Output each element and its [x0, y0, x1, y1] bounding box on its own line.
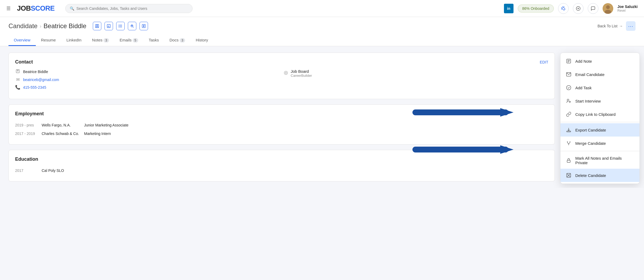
svg-rect-32 — [567, 131, 571, 132]
merge-icon — [566, 140, 572, 146]
tabs: OverviewResumeLinkedInNotes3Emails5Tasks… — [8, 35, 636, 46]
dropdown-item-delete-candidate[interactable]: Delete Candidate — [560, 169, 639, 182]
dropdown-item-start-interview[interactable]: Start Interview — [560, 94, 639, 108]
source-section: ◎ Job Board CareerBuilder — [284, 69, 548, 92]
tab-linkedin[interactable]: LinkedIn — [61, 35, 87, 46]
search-input[interactable] — [76, 6, 188, 11]
dropdown-label-add-note: Add Note — [575, 59, 592, 63]
dropdown-item-email-candidate[interactable]: Email Candidate — [560, 68, 639, 81]
tab-docs[interactable]: Docs3 — [164, 35, 190, 46]
dropdown-item-add-note[interactable]: Add Note — [560, 54, 639, 68]
svg-point-16 — [119, 26, 119, 26]
main-content: Contact EDIT Beatrice Biddle ✉ beatriceb… — [0, 46, 644, 188]
dropdown-label-add-task: Add Task — [575, 86, 591, 90]
logo-score: SCORE — [31, 4, 55, 12]
tab-history[interactable]: History — [190, 35, 214, 46]
contact-edit-button[interactable]: EDIT — [540, 60, 548, 64]
email-icon: ✉ — [15, 77, 20, 82]
arrow-right-icon: → — [619, 24, 623, 28]
dropdown-label-delete-candidate: Delete Candidate — [575, 173, 606, 178]
linkedin-button[interactable]: in — [504, 4, 514, 13]
email-icon — [566, 71, 572, 77]
dropdown-item-mark-private[interactable]: Mark All Notes and Emails Private — [560, 152, 639, 169]
svg-point-15 — [119, 25, 119, 25]
top-navigation: ☰ JOBSCORE 🔍 in 86% Onboarded Joe Saluzk… — [0, 0, 644, 17]
svg-rect-34 — [567, 160, 570, 162]
employment-section-title: Employment — [15, 111, 44, 117]
avatar[interactable] — [603, 3, 613, 14]
left-panel: Contact EDIT Beatrice Biddle ✉ beatriceb… — [8, 53, 555, 181]
search-icon: 🔍 — [70, 6, 74, 11]
table-row: 2017 Cal Poly SLO — [15, 166, 548, 175]
source-label: Job Board — [291, 69, 312, 74]
svg-point-19 — [131, 25, 132, 26]
breadcrumb-name: Beatrice Biddle — [43, 22, 86, 30]
page-header: Candidate › Beatrice Biddle — [0, 17, 644, 46]
tab-tasks[interactable]: Tasks — [143, 35, 164, 46]
search-bar[interactable]: 🔍 — [65, 4, 193, 13]
breadcrumb-row: Candidate › Beatrice Biddle — [8, 21, 636, 31]
source-sub: CareerBuilder — [291, 74, 312, 78]
svg-point-29 — [567, 86, 571, 90]
candidate-name: Beatrice Biddle — [23, 70, 48, 74]
note-icon — [566, 58, 572, 64]
tab-overview[interactable]: Overview — [8, 35, 36, 46]
candidate-phone[interactable]: 415-555-2345 — [23, 85, 46, 90]
contact-grid: Beatrice Biddle ✉ beatriceb@gmail.com 📞 … — [15, 69, 548, 92]
magic-wand-button[interactable] — [558, 3, 569, 14]
contact-details: Beatrice Biddle ✉ beatriceb@gmail.com 📞 … — [15, 69, 280, 92]
lock-icon — [566, 158, 572, 163]
tab-resume[interactable]: Resume — [36, 35, 61, 46]
dropdown-label-mark-private: Mark All Notes and Emails Private — [575, 156, 634, 165]
dropdown-label-email-candidate: Email Candidate — [575, 72, 604, 77]
dropdown-item-add-task[interactable]: Add Task — [560, 81, 639, 94]
link-icon — [566, 111, 572, 117]
candidate-email[interactable]: beatriceb@gmail.com — [23, 78, 59, 82]
add-button[interactable] — [573, 3, 584, 14]
contact-email-row: ✉ beatriceb@gmail.com — [15, 77, 280, 82]
messages-button[interactable] — [588, 3, 598, 14]
logo-job: JOB — [17, 4, 31, 12]
user-name: Joe Saluzki — [617, 5, 638, 9]
chart-icon-btn[interactable] — [105, 22, 113, 30]
dropdown-menu: Add NoteEmail CandidateAdd TaskStart Int… — [560, 53, 640, 184]
employment-table: 2019 - pres Wells Fargo, N.A. Junior Mar… — [15, 121, 548, 138]
user-info: Joe Saluzki Revel — [617, 5, 638, 12]
user-company: Revel — [617, 9, 638, 12]
phone-icon: 📞 — [15, 85, 20, 90]
contact-name-row: Beatrice Biddle — [15, 69, 280, 74]
education-card-header: Education — [15, 156, 548, 162]
breadcrumb: Candidate › Beatrice Biddle — [8, 22, 86, 30]
header-right: Back To List → ··· — [598, 21, 636, 31]
page-icons — [93, 22, 148, 30]
svg-point-7 — [97, 25, 98, 26]
contact-section-title: Contact — [15, 59, 33, 65]
education-card: Education 2017 Cal Poly SLO — [8, 150, 555, 181]
hamburger-menu[interactable]: ☰ — [6, 6, 11, 11]
breadcrumb-parent: Candidate — [8, 22, 37, 30]
svg-point-23 — [17, 70, 18, 71]
tab-notes[interactable]: Notes3 — [87, 35, 114, 46]
dropdown-label-start-interview: Start Interview — [575, 99, 601, 103]
location-icon: ◎ — [284, 70, 288, 75]
list-icon-btn[interactable] — [116, 22, 125, 30]
svg-point-17 — [119, 27, 119, 27]
task-icon — [566, 85, 572, 91]
back-to-list-button[interactable]: Back To List → — [598, 24, 623, 28]
contact-card-header: Contact EDIT — [15, 59, 548, 65]
dollar-icon-btn[interactable] — [140, 22, 148, 30]
more-options-button[interactable]: ··· — [626, 21, 636, 31]
svg-point-30 — [567, 99, 569, 101]
dropdown-item-copy-link[interactable]: Copy Link to Clipboard — [560, 108, 639, 121]
dropdown-item-merge-candidate[interactable]: Merge Candidate — [560, 137, 639, 150]
person-icon — [15, 69, 20, 74]
export-icon — [566, 127, 572, 133]
tab-emails[interactable]: Emails5 — [114, 35, 143, 46]
dropdown-item-export-candidate[interactable]: Export Candidate — [560, 123, 639, 137]
contact-card: Contact EDIT Beatrice Biddle ✉ beatriceb… — [8, 53, 555, 99]
dropdown-label-merge-candidate: Merge Candidate — [575, 141, 606, 146]
employment-card: Employment 2019 - pres Wells Fargo, N.A.… — [8, 104, 555, 145]
breadcrumb-separator: › — [40, 23, 41, 29]
search-user-icon-btn[interactable] — [128, 22, 136, 30]
profile-icon-btn[interactable] — [93, 22, 101, 30]
